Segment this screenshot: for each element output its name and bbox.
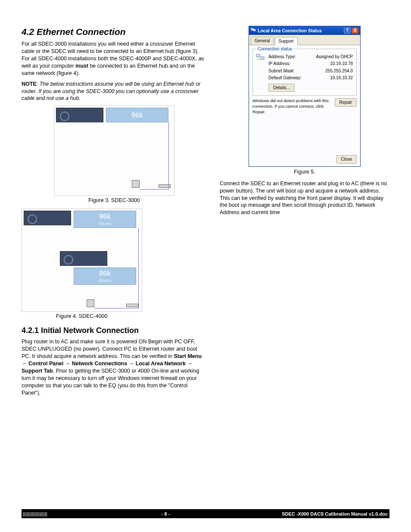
- wire: [138, 228, 139, 308]
- figure-3-caption: Figure 3. SDEC-3000: [22, 197, 207, 204]
- svg-rect-0: [251, 28, 253, 30]
- mask-value: 255.255.254.0: [325, 68, 353, 74]
- sdec-device-a: [24, 211, 71, 225]
- tab-general[interactable]: General: [251, 37, 274, 45]
- page-footer: - 8 - SDEC -X000 DACS Calibration Manual…: [22, 509, 389, 518]
- arrow: →: [186, 361, 193, 367]
- status-message: Windows did not detect problems with thi…: [252, 98, 330, 115]
- tab-support[interactable]: Support: [275, 37, 298, 45]
- page-number: - 8 -: [50, 511, 282, 517]
- section-heading: 4.2 Ethernet Connection: [22, 26, 207, 38]
- connection-status-fieldset: Connection status Address Type: Assigned…: [252, 49, 357, 96]
- display-a-sub: 2⅔ms: [98, 221, 111, 227]
- device-display-a: 96k 2⅔ms: [74, 211, 136, 228]
- repair-button[interactable]: Repair: [335, 98, 357, 107]
- computer-icon: [132, 180, 140, 188]
- row-default-gateway: Default Gateway: 10.16.10.32: [268, 75, 353, 81]
- computer-icon: [87, 299, 94, 307]
- document-name: SDEC -X000 DACS Calibration Manual v1.0.…: [282, 511, 388, 517]
- mask-label: Subnet Mask:: [268, 68, 325, 74]
- gw-value: 10.16.10.32: [330, 75, 353, 81]
- figure-4-diagram: 96k 2⅔ms 96k 2⅔ms: [22, 208, 142, 312]
- connection-status-dialog: Local Area Connection Status ? X General…: [249, 26, 361, 167]
- svg-rect-3: [261, 57, 264, 59]
- display-b-sub: 2⅔ms: [98, 278, 111, 284]
- arrow: →: [22, 361, 28, 367]
- sdec-device: Front LeftRightCenterSubRear LRear R: [56, 108, 103, 122]
- figure-3-diagram: Front LeftRightCenterSubRear LRear R 96k: [54, 106, 174, 196]
- right-column-paragraph: Connect the SDEC to an Ethernet router a…: [220, 180, 389, 216]
- ip-label: IP Address:: [268, 61, 330, 67]
- gw-label: Default Gateway:: [268, 75, 330, 81]
- sub-p-a: Plug router in to AC and make sure it is…: [22, 339, 197, 359]
- arrow: →: [127, 361, 135, 367]
- ip-value: 10.16.10.78: [330, 61, 353, 67]
- help-button[interactable]: ?: [344, 28, 351, 34]
- status-message-row: Windows did not detect problems with thi…: [252, 98, 357, 115]
- section-paragraph-1: For all SDEC-3000 installations you will…: [22, 40, 207, 77]
- dialog-tabs: General Support: [249, 35, 360, 45]
- menu-support-tab: Support Tab: [22, 368, 53, 374]
- footer-logo-icon: [23, 512, 47, 516]
- wire: [140, 189, 169, 190]
- net-status-icon: [251, 27, 256, 34]
- details-button[interactable]: Details...: [268, 84, 295, 92]
- device-display: 96k: [106, 108, 168, 122]
- arrow: →: [63, 361, 72, 367]
- network-icon: [255, 53, 265, 61]
- sdec-device-b: [60, 251, 107, 266]
- figure-4-caption: Figure 4. SDEC-4000: [56, 313, 207, 320]
- hub-icon: [126, 304, 138, 307]
- row-subnet-mask: Subnet Mask: 255.255.254.0: [268, 68, 353, 74]
- subsection-paragraph: Plug router in to AC and make sure it is…: [22, 338, 207, 396]
- note-label: NOTE: [22, 81, 37, 87]
- close-button[interactable]: X: [352, 28, 358, 34]
- row-address-type: Address Type: Assigned by DHCP: [268, 54, 353, 60]
- menu-start: Start Menu: [174, 353, 202, 359]
- fieldset-label: Connection status: [256, 46, 293, 52]
- menu-control-panel: Control Panel: [28, 361, 63, 367]
- note-text: : The below instructions assume you will…: [22, 81, 201, 102]
- note-paragraph: NOTE: The below instructions assume you …: [22, 81, 207, 103]
- dialog-titlebar[interactable]: Local Area Connection Status ? X: [249, 26, 360, 35]
- svg-rect-2: [256, 54, 260, 57]
- display-text: 96k: [131, 111, 143, 120]
- menu-net-conn: Network Connections: [72, 361, 128, 367]
- subsection-heading: 4.2.1 Initial Network Connection: [22, 325, 207, 336]
- wire: [94, 308, 139, 308]
- addr-type-label: Address Type:: [268, 54, 316, 60]
- addr-type-value: Assigned by DHCP: [316, 54, 353, 60]
- svg-rect-1: [253, 29, 255, 31]
- menu-lan: Local Area Network: [136, 361, 186, 367]
- display-a-main: 96k: [99, 212, 111, 221]
- wire: [168, 122, 169, 189]
- row-ip-address: IP Address: 10.16.10.78: [268, 61, 353, 67]
- device-display-b: 96k 2⅔ms: [74, 268, 136, 285]
- close-dialog-button[interactable]: Close: [336, 155, 357, 164]
- dialog-title: Local Area Connection Status: [258, 28, 343, 34]
- p1-must: must: [75, 63, 88, 69]
- display-b-main: 96k: [99, 269, 111, 278]
- figure-5-caption: Figure 5.: [220, 168, 389, 176]
